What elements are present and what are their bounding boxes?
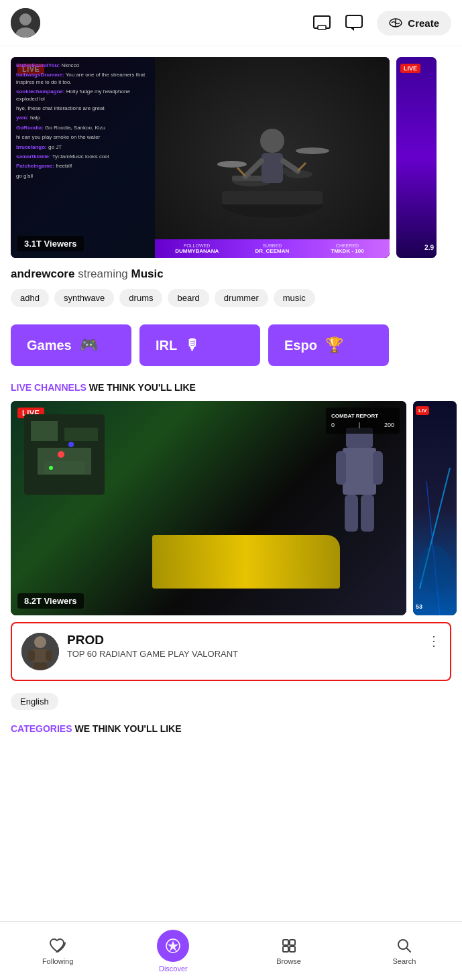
stream-chat-panel: ButHeFoundYou: Nknccd haibwagsDrumme: Yo… — [11, 57, 155, 258]
create-button[interactable]: Create — [377, 11, 451, 36]
svg-line-22 — [298, 163, 306, 171]
svg-rect-50 — [290, 940, 295, 945]
nav-following[interactable]: Following — [0, 922, 115, 980]
irl-icon: 🎙 — [185, 336, 200, 354]
side-live-card[interactable]: LIV 53 — [413, 401, 457, 615]
espo-label: Espo — [284, 338, 317, 353]
following-label: Following — [42, 957, 73, 965]
avatar[interactable] — [11, 8, 40, 38]
svg-rect-33 — [336, 451, 346, 485]
svg-marker-6 — [350, 27, 354, 31]
nav-browse[interactable]: Browse — [231, 922, 347, 980]
games-button[interactable]: Games 🎮 — [11, 324, 131, 366]
svg-rect-35 — [345, 495, 358, 532]
gun-visual — [152, 535, 340, 589]
side-live-badge: LIVE — [400, 64, 420, 73]
stream-video-area — [155, 57, 390, 258]
svg-rect-4 — [318, 25, 326, 29]
svg-rect-52 — [290, 946, 295, 952]
side-stream-card[interactable]: LIVE 2.9 — [396, 57, 437, 258]
following-icon — [49, 937, 66, 955]
live-channels-highlight: LIVE CHANNELS — [11, 382, 86, 393]
header: Create — [0, 0, 462, 46]
tag-music[interactable]: music — [274, 289, 315, 307]
bottom-nav: Following Discover Browse — [0, 921, 462, 980]
svg-point-14 — [296, 147, 329, 154]
discover-label: Discover — [159, 965, 188, 973]
side-viewer-count2: 53 — [416, 603, 422, 610]
espo-icon: 🏆 — [325, 336, 343, 354]
irl-button[interactable]: IRL 🎙 — [139, 324, 260, 366]
svg-point-17 — [260, 129, 284, 153]
irl-label: IRL — [156, 338, 177, 353]
minimap — [24, 414, 105, 495]
tag-drums[interactable]: drums — [119, 289, 162, 307]
tag-synthwave[interactable]: synthwave — [54, 289, 114, 307]
channel-game: TOP 60 RADIANT GAME PLAY VALORANT — [67, 649, 419, 659]
svg-point-1 — [19, 13, 32, 25]
more-options-button[interactable]: ⋮ — [427, 633, 441, 649]
svg-rect-34 — [373, 451, 383, 485]
categories-highlight: CATEGORIES — [11, 723, 72, 734]
svg-marker-48 — [168, 940, 178, 951]
svg-rect-45 — [34, 662, 40, 670]
prod-avatar — [21, 633, 59, 670]
svg-rect-24 — [31, 421, 58, 441]
nav-search[interactable]: Search — [347, 922, 462, 980]
nav-discover[interactable]: Discover — [115, 922, 231, 980]
category-buttons: Games 🎮 IRL 🎙 Espo 🏆 — [0, 314, 462, 366]
live-channels-header: LIVE CHANNELS WE THINK YOU'LL LIKE — [0, 366, 462, 401]
channel-info-card[interactable]: PROD TOP 60 RADIANT GAME PLAY VALORANT ⋮ — [11, 622, 451, 681]
live-channels-row: LIVE — [0, 401, 462, 615]
valorant-viewer-count: 8.2T Viewers — [17, 593, 84, 609]
streamer-username: andrewcore — [11, 267, 74, 280]
browse-label: Browse — [276, 957, 301, 965]
svg-rect-18 — [262, 153, 283, 183]
viewer-count: 3.1T Viewers — [17, 236, 84, 251]
games-label: Games — [27, 338, 72, 353]
categories-section-header: CATEGORIES WE THINK YOU'LL LIKE — [0, 710, 462, 739]
svg-point-41 — [34, 636, 46, 648]
svg-rect-51 — [283, 946, 288, 952]
header-icons: Create — [312, 11, 451, 36]
streamer-info: andrewcore streaming Music adhd synthwav… — [0, 258, 462, 314]
stream-bottom-bar: Followed DUMMYBANANA Subbed DR_CEEMAN Ch… — [155, 239, 390, 258]
svg-rect-36 — [361, 495, 374, 532]
categories-rest: WE THINK YOU'LL LIKE — [74, 723, 181, 734]
svg-rect-43 — [28, 650, 35, 661]
stream-category: Music — [131, 267, 164, 280]
channel-details: PROD TOP 60 RADIANT GAME PLAY VALORANT — [67, 633, 419, 659]
svg-point-39 — [418, 545, 451, 592]
svg-rect-46 — [40, 662, 47, 670]
streamer-name-row: andrewcore streaming Music — [11, 267, 451, 281]
games-icon: 🎮 — [80, 336, 98, 354]
svg-point-13 — [217, 161, 247, 168]
svg-rect-25 — [64, 428, 98, 441]
svg-rect-44 — [46, 650, 52, 661]
side-viewer-count: 2.9 — [424, 244, 434, 251]
svg-rect-32 — [343, 448, 376, 495]
live-channels-rest: WE THINK YOU'LL LIKE — [89, 382, 196, 393]
espo-button[interactable]: Espo 🏆 — [268, 324, 389, 366]
svg-rect-49 — [283, 940, 288, 945]
inbox-icon[interactable] — [312, 13, 331, 32]
language-tag[interactable]: English — [11, 693, 58, 710]
tag-adhd[interactable]: adhd — [11, 289, 49, 307]
svg-point-28 — [58, 451, 64, 458]
tags-row: adhd synthwave drums beard drummer music — [11, 289, 451, 307]
tag-drummer[interactable]: drummer — [215, 289, 268, 307]
svg-rect-10 — [222, 191, 323, 204]
svg-line-54 — [406, 948, 410, 952]
svg-line-19 — [245, 161, 262, 176]
search-icon — [396, 937, 413, 955]
search-label: Search — [392, 957, 416, 965]
main-stream-card[interactable]: LIVE REQUESTS E-KIT EXPANSIONS ButHeFoun… — [11, 57, 390, 258]
channel-name: PROD — [67, 633, 419, 648]
svg-line-21 — [237, 168, 245, 176]
browse-icon — [280, 937, 298, 955]
discover-circle — [157, 930, 189, 962]
tag-beard[interactable]: beard — [168, 289, 209, 307]
svg-rect-5 — [346, 15, 362, 27]
chat-icon[interactable] — [345, 13, 363, 32]
main-live-card[interactable]: LIVE — [11, 401, 406, 615]
